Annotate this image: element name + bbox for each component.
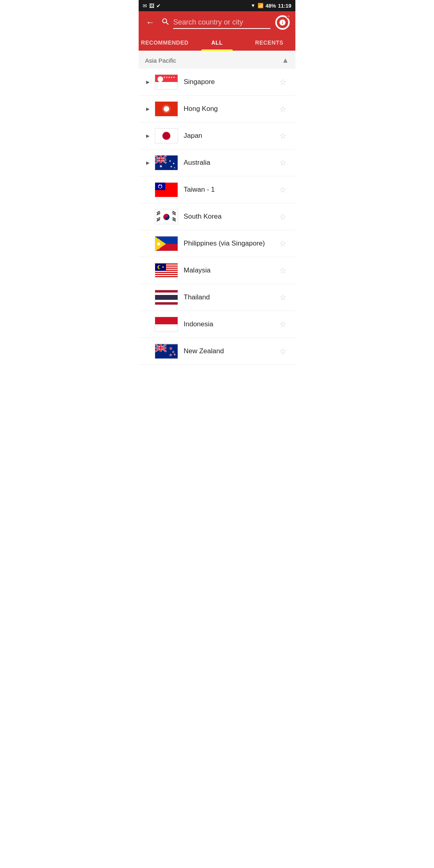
tabs-bar: RECOMMENDED ALL RECENTS [139, 34, 295, 51]
back-button[interactable]: ← [144, 16, 156, 29]
svg-text:★: ★ [174, 353, 176, 356]
mail-icon: ✉ [143, 3, 147, 9]
signal-icon: 📶 [258, 3, 264, 8]
country-name-new-zealand: New Zealand [184, 347, 277, 355]
list-item-malaysia[interactable]: ★ Malaysia ☆ [139, 257, 295, 284]
status-bar: ✉ 🖼 ✔ ▼ 📶 48% 11:19 [139, 0, 295, 11]
tab-all[interactable]: ALL [191, 34, 243, 51]
flag-japan [155, 128, 178, 143]
svg-point-43 [165, 214, 168, 217]
wifi-icon: ▼ [251, 3, 256, 8]
star-button-south-korea[interactable]: ☆ [277, 211, 289, 223]
tab-recents[interactable]: RECENTS [243, 34, 295, 51]
list-item-singapore[interactable]: ► ✦✦✦✦✦ Singapore ☆ [139, 69, 295, 96]
search-area [161, 16, 270, 29]
time-text: 11:19 [278, 3, 291, 9]
list-item-new-zealand[interactable]: ★ ★ ★ ★ New Zealand ☆ [139, 338, 295, 365]
search-icon [161, 17, 170, 28]
svg-text:★: ★ [159, 164, 163, 168]
help-button[interactable] [275, 15, 290, 30]
photo-icon: 🖼 [149, 3, 154, 9]
star-button-indonesia[interactable]: ☆ [277, 318, 289, 330]
battery-text: 48% [266, 3, 276, 9]
svg-point-62 [159, 266, 162, 269]
country-name-singapore: Singapore [184, 78, 277, 86]
svg-text:★: ★ [170, 165, 172, 168]
list-item-taiwan[interactable]: Taiwan - 1 ☆ [139, 176, 295, 203]
svg-text:★: ★ [158, 248, 160, 250]
flag-indonesia [155, 317, 178, 332]
star-button-taiwan[interactable]: ☆ [277, 184, 289, 196]
section-title-asia-pacific: Asia Pacific [145, 57, 176, 64]
expand-arrow-hong-kong: ► [145, 106, 153, 112]
list-item-south-korea[interactable]: South Korea ☆ [139, 203, 295, 230]
country-name-philippines: Philippines (via Singapore) [184, 240, 277, 248]
expand-arrow-japan: ► [145, 133, 153, 139]
svg-rect-58 [155, 275, 178, 276]
list-item-hong-kong[interactable]: ► Hong Kong ☆ [139, 96, 295, 123]
flag-singapore: ✦✦✦✦✦ [155, 74, 178, 90]
country-name-indonesia: Indonesia [184, 320, 277, 328]
list-item-indonesia[interactable]: Indonesia ☆ [139, 311, 295, 338]
country-name-malaysia: Malaysia [184, 266, 277, 274]
alert-badge [287, 14, 291, 18]
svg-point-44 [165, 217, 168, 220]
country-name-thailand: Thailand [184, 293, 277, 301]
flag-thailand [155, 290, 178, 305]
country-name-south-korea: South Korea [184, 213, 277, 221]
star-button-philippines[interactable]: ☆ [277, 237, 289, 250]
search-input[interactable] [173, 16, 270, 29]
list-item-australia[interactable]: ► ★ ★ ★ ★ ★ Aus [139, 149, 295, 176]
country-name-japan: Japan [184, 132, 277, 140]
svg-rect-56 [155, 271, 178, 272]
star-button-singapore[interactable]: ☆ [277, 76, 289, 88]
svg-rect-59 [155, 277, 178, 278]
flag-new-zealand: ★ ★ ★ ★ [155, 344, 178, 359]
svg-text:★: ★ [172, 162, 175, 165]
section-collapse-button[interactable]: ▲ [282, 56, 289, 65]
svg-text:★: ★ [162, 265, 164, 269]
star-button-new-zealand[interactable]: ☆ [277, 345, 289, 357]
svg-text:★: ★ [158, 238, 160, 241]
section-header-asia-pacific: Asia Pacific ▲ [139, 51, 295, 69]
flag-philippines: ★ ★ ★ [155, 236, 178, 251]
tab-recommended[interactable]: RECOMMENDED [139, 34, 191, 51]
country-name-taiwan: Taiwan - 1 [184, 186, 277, 194]
svg-rect-57 [155, 273, 178, 274]
expand-arrow-australia: ► [145, 160, 153, 166]
content-area: Asia Pacific ▲ ► ✦✦✦✦✦ Singapore ☆ ► [139, 51, 295, 365]
star-button-hong-kong[interactable]: ☆ [277, 103, 289, 115]
expand-arrow-singapore: ► [145, 79, 153, 85]
status-bar-left: ✉ 🖼 ✔ [143, 3, 161, 9]
list-item-thailand[interactable]: Thailand ☆ [139, 284, 295, 311]
status-bar-right: ▼ 📶 48% 11:19 [251, 3, 291, 9]
svg-text:★: ★ [169, 353, 172, 357]
flag-taiwan [155, 182, 178, 197]
star-button-australia[interactable]: ☆ [277, 157, 289, 169]
top-bar: ← [139, 11, 295, 34]
svg-text:★: ★ [169, 346, 172, 350]
star-button-malaysia[interactable]: ☆ [277, 264, 289, 276]
svg-text:★: ★ [162, 243, 164, 246]
country-name-hong-kong: Hong Kong [184, 105, 277, 113]
country-name-australia: Australia [184, 159, 277, 167]
svg-point-48 [157, 242, 160, 246]
flag-malaysia: ★ [155, 263, 178, 278]
flag-south-korea [155, 209, 178, 224]
list-item-japan[interactable]: ► Japan ☆ [139, 123, 295, 149]
flag-hong-kong [155, 101, 178, 117]
list-item-philippines[interactable]: ★ ★ ★ Philippines (via Singapore) ☆ [139, 230, 295, 257]
star-button-thailand[interactable]: ☆ [277, 291, 289, 303]
svg-text:★: ★ [169, 160, 171, 162]
flag-australia: ★ ★ ★ ★ ★ [155, 155, 178, 170]
checklist-icon: ✔ [156, 3, 161, 9]
star-button-japan[interactable]: ☆ [277, 130, 289, 142]
